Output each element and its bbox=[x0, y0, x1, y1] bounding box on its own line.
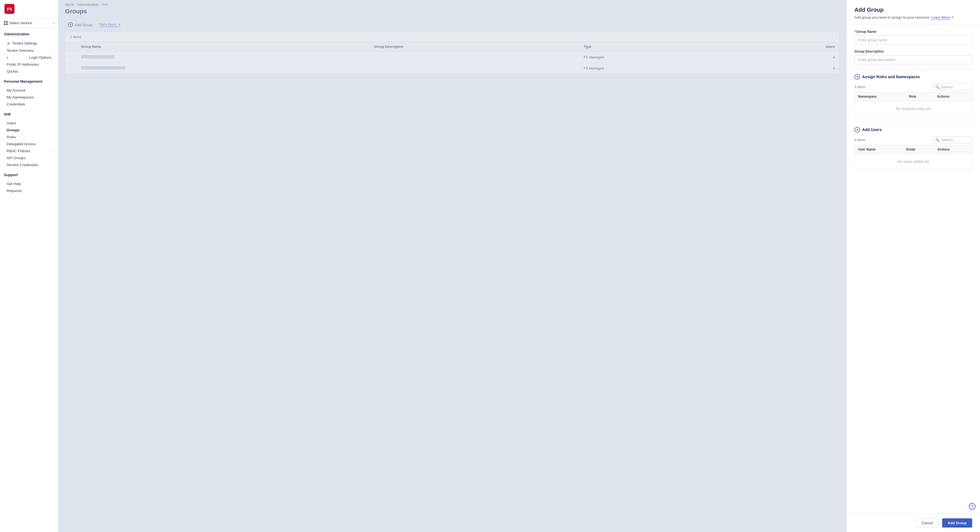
users-table: User Name Email Actions No users added y… bbox=[854, 145, 972, 170]
panel-body: * Group Name Group Description + Assign … bbox=[846, 24, 980, 514]
users-section-meta: 0 items 🔍 bbox=[854, 137, 972, 143]
col-actions: Actions bbox=[934, 92, 972, 101]
panel-footer: Cancel Add Group bbox=[846, 514, 980, 532]
assign-roles-toggle[interactable]: + Assign Roles and Namespaces bbox=[854, 74, 972, 79]
support-section-title: Support bbox=[4, 173, 54, 177]
add-group-submit-button[interactable]: Add Group bbox=[942, 518, 972, 527]
sidebar-item-login-options[interactable]: ● Login Options bbox=[4, 54, 54, 61]
required-indicator: * bbox=[854, 30, 856, 34]
admin-section: Administration bbox=[0, 28, 58, 39]
roles-table: Namespace Role Actions No assigned roles… bbox=[854, 92, 972, 117]
sidebar: F5 Select service ▾ Administration ⊞ Ten… bbox=[0, 0, 59, 532]
personal-mgmt-title: Personal Management bbox=[4, 79, 54, 84]
tenant-settings-group: ⊞ Tenant Settings Tenant Overview ● Logi… bbox=[0, 39, 58, 75]
sidebar-item-credentials[interactable]: Credentials bbox=[4, 101, 54, 108]
sidebar-item-api-groups[interactable]: API Groups bbox=[4, 154, 54, 161]
admin-section-title: Administration bbox=[4, 32, 54, 36]
personal-mgmt-group: My Account My Namespaces Credentials bbox=[0, 86, 58, 108]
users-search-input[interactable] bbox=[941, 138, 969, 142]
users-count: 0 items bbox=[854, 138, 865, 142]
sidebar-item-groups[interactable]: Groups bbox=[4, 127, 54, 133]
roles-count: 0 items bbox=[854, 85, 865, 89]
learn-more-link[interactable]: Learn More bbox=[931, 15, 950, 20]
chevron-down-icon: ▾ bbox=[53, 21, 54, 24]
personal-mgmt-section: Personal Management bbox=[0, 75, 58, 86]
sidebar-item-quotas[interactable]: Quotas bbox=[4, 68, 54, 75]
col-username: User Name bbox=[855, 145, 903, 154]
users-empty-message: No users added yet bbox=[855, 154, 972, 170]
col-role: Role bbox=[906, 92, 934, 101]
sidebar-item-public-ip[interactable]: Public IP Addresses bbox=[4, 61, 54, 68]
add-users-label: Add Users bbox=[862, 127, 882, 132]
grid-icon bbox=[4, 21, 8, 25]
sidebar-item-tenant-overview[interactable]: Tenant Overview bbox=[4, 47, 54, 54]
plus-circle-icon-2: + bbox=[854, 127, 860, 132]
service-select-label: Select service bbox=[10, 21, 51, 25]
group-name-input[interactable] bbox=[854, 35, 972, 44]
sidebar-item-my-namespaces[interactable]: My Namespaces bbox=[4, 94, 54, 101]
search-icon-2: 🔍 bbox=[935, 138, 940, 142]
assign-roles-label: Assign Roles and Namespaces bbox=[862, 75, 920, 79]
group-name-label-text: Group Name bbox=[856, 30, 877, 34]
add-group-panel: Add Group Add group you want to assign t… bbox=[846, 0, 980, 532]
main-content: Home › Administration › IAM Groups + Add… bbox=[59, 0, 846, 532]
iam-section-title: IAM bbox=[4, 112, 54, 116]
roles-section-meta: 0 items 🔍 bbox=[854, 84, 972, 91]
iam-group: Users Groups Roles Delegated Access RBAC… bbox=[0, 119, 58, 169]
circle-icon: ● bbox=[7, 56, 8, 59]
divider-2 bbox=[854, 122, 972, 122]
group-name-field-group: * Group Name bbox=[854, 30, 972, 44]
main-overlay bbox=[59, 0, 846, 532]
plus-circle-icon: + bbox=[854, 74, 860, 79]
sidebar-item-get-help[interactable]: Get Help bbox=[4, 180, 54, 187]
sidebar-item-service-credentials[interactable]: Service Credentials bbox=[4, 161, 54, 168]
iam-section: IAM bbox=[0, 108, 58, 119]
col-email: Email bbox=[903, 145, 934, 154]
group-name-label: * Group Name bbox=[854, 30, 972, 34]
chevron-right-icon: › bbox=[50, 149, 51, 153]
search-icon: 🔍 bbox=[935, 85, 940, 89]
roles-search-input[interactable] bbox=[941, 85, 969, 89]
support-section: Support bbox=[0, 169, 58, 180]
app-logo-area: F5 bbox=[0, 0, 58, 18]
panel-header: Add Group Add group you want to assign t… bbox=[846, 0, 980, 24]
grid-icon: ⊞ bbox=[7, 41, 11, 45]
sidebar-item-roles[interactable]: Roles bbox=[4, 133, 54, 141]
cancel-button[interactable]: Cancel bbox=[916, 518, 939, 527]
support-group: Get Help Requests bbox=[0, 180, 58, 195]
panel-title: Add Group bbox=[854, 7, 972, 13]
panel-subtitle: Add group you want to assign to your res… bbox=[854, 15, 972, 19]
col-namespace: Namespace bbox=[855, 92, 906, 101]
sidebar-item-rbac-policies[interactable]: RBAC Policies › bbox=[4, 148, 54, 154]
roles-search[interactable]: 🔍 bbox=[932, 84, 972, 91]
sidebar-item-label: Tenant Settings bbox=[12, 41, 37, 45]
sidebar-item-users[interactable]: Users bbox=[4, 120, 54, 127]
divider-1 bbox=[854, 69, 972, 70]
sidebar-item-my-account[interactable]: My Account bbox=[4, 87, 54, 94]
group-description-label: Group Description bbox=[854, 49, 972, 53]
sidebar-item-requests[interactable]: Requests bbox=[4, 187, 54, 194]
users-search[interactable]: 🔍 bbox=[932, 137, 972, 143]
help-icon[interactable]: ? bbox=[969, 503, 975, 510]
group-description-input[interactable] bbox=[854, 55, 972, 64]
group-description-field-group: Group Description bbox=[854, 49, 972, 64]
add-users-toggle[interactable]: + Add Users bbox=[854, 127, 972, 132]
service-select-dropdown[interactable]: Select service ▾ bbox=[0, 18, 58, 28]
col-actions-2: Actions bbox=[934, 145, 972, 154]
sidebar-item-tenant-settings[interactable]: ⊞ Tenant Settings bbox=[4, 40, 54, 47]
roles-empty-message: No assigned roles yet bbox=[855, 101, 972, 117]
sidebar-item-delegated-access[interactable]: Delegated Access bbox=[4, 141, 54, 148]
f5-logo: F5 bbox=[5, 4, 14, 14]
external-link-icon-small: ↗ bbox=[951, 15, 954, 19]
